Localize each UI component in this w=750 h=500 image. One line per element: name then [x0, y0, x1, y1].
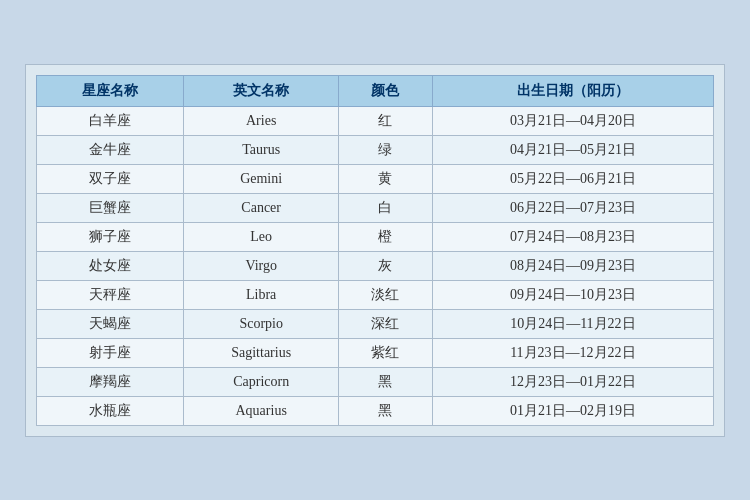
- cell-dates: 10月24日—11月22日: [432, 309, 713, 338]
- table-row: 天秤座Libra淡红09月24日—10月23日: [37, 280, 714, 309]
- table-row: 双子座Gemini黄05月22日—06月21日: [37, 164, 714, 193]
- main-container: 星座名称 英文名称 颜色 出生日期（阳历） 白羊座Aries红03月21日—04…: [25, 64, 725, 437]
- cell-chinese: 狮子座: [37, 222, 184, 251]
- cell-chinese: 天秤座: [37, 280, 184, 309]
- col-header-chinese: 星座名称: [37, 75, 184, 106]
- cell-english: Cancer: [184, 193, 339, 222]
- cell-chinese: 天蝎座: [37, 309, 184, 338]
- cell-dates: 11月23日—12月22日: [432, 338, 713, 367]
- col-header-english: 英文名称: [184, 75, 339, 106]
- cell-chinese: 巨蟹座: [37, 193, 184, 222]
- zodiac-table: 星座名称 英文名称 颜色 出生日期（阳历） 白羊座Aries红03月21日—04…: [36, 75, 714, 426]
- cell-chinese: 双子座: [37, 164, 184, 193]
- cell-english: Taurus: [184, 135, 339, 164]
- cell-chinese: 处女座: [37, 251, 184, 280]
- cell-color: 橙: [339, 222, 433, 251]
- cell-chinese: 射手座: [37, 338, 184, 367]
- table-row: 白羊座Aries红03月21日—04月20日: [37, 106, 714, 135]
- table-header-row: 星座名称 英文名称 颜色 出生日期（阳历）: [37, 75, 714, 106]
- cell-english: Scorpio: [184, 309, 339, 338]
- cell-dates: 09月24日—10月23日: [432, 280, 713, 309]
- cell-color: 黑: [339, 367, 433, 396]
- cell-english: Sagittarius: [184, 338, 339, 367]
- table-row: 巨蟹座Cancer白06月22日—07月23日: [37, 193, 714, 222]
- cell-color: 淡红: [339, 280, 433, 309]
- cell-english: Leo: [184, 222, 339, 251]
- table-row: 摩羯座Capricorn黑12月23日—01月22日: [37, 367, 714, 396]
- table-row: 狮子座Leo橙07月24日—08月23日: [37, 222, 714, 251]
- table-row: 处女座Virgo灰08月24日—09月23日: [37, 251, 714, 280]
- cell-color: 深红: [339, 309, 433, 338]
- cell-color: 绿: [339, 135, 433, 164]
- cell-chinese: 金牛座: [37, 135, 184, 164]
- cell-english: Virgo: [184, 251, 339, 280]
- cell-color: 白: [339, 193, 433, 222]
- table-row: 天蝎座Scorpio深红10月24日—11月22日: [37, 309, 714, 338]
- cell-dates: 12月23日—01月22日: [432, 367, 713, 396]
- table-row: 金牛座Taurus绿04月21日—05月21日: [37, 135, 714, 164]
- cell-dates: 08月24日—09月23日: [432, 251, 713, 280]
- cell-color: 黑: [339, 396, 433, 425]
- cell-dates: 07月24日—08月23日: [432, 222, 713, 251]
- cell-color: 灰: [339, 251, 433, 280]
- col-header-dates: 出生日期（阳历）: [432, 75, 713, 106]
- cell-dates: 06月22日—07月23日: [432, 193, 713, 222]
- cell-color: 红: [339, 106, 433, 135]
- cell-dates: 03月21日—04月20日: [432, 106, 713, 135]
- table-row: 水瓶座Aquarius黑01月21日—02月19日: [37, 396, 714, 425]
- cell-dates: 05月22日—06月21日: [432, 164, 713, 193]
- cell-english: Aries: [184, 106, 339, 135]
- cell-dates: 01月21日—02月19日: [432, 396, 713, 425]
- table-row: 射手座Sagittarius紫红11月23日—12月22日: [37, 338, 714, 367]
- cell-english: Aquarius: [184, 396, 339, 425]
- cell-color: 紫红: [339, 338, 433, 367]
- cell-chinese: 白羊座: [37, 106, 184, 135]
- cell-english: Gemini: [184, 164, 339, 193]
- cell-chinese: 水瓶座: [37, 396, 184, 425]
- col-header-color: 颜色: [339, 75, 433, 106]
- cell-english: Libra: [184, 280, 339, 309]
- cell-dates: 04月21日—05月21日: [432, 135, 713, 164]
- cell-chinese: 摩羯座: [37, 367, 184, 396]
- cell-color: 黄: [339, 164, 433, 193]
- cell-english: Capricorn: [184, 367, 339, 396]
